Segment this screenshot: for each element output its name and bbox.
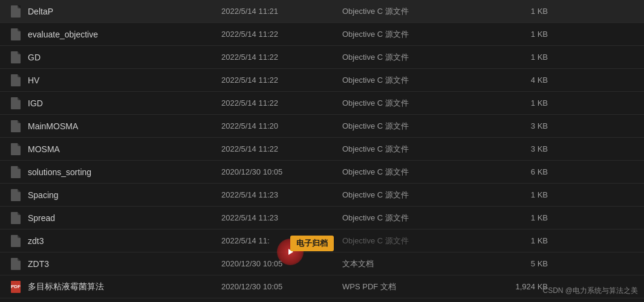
file-date: 2020/12/30 10:05 (221, 259, 342, 268)
file-type: Objective C 源文件 (342, 52, 487, 63)
file-type: Objective C 源文件 (342, 236, 487, 246)
table-row[interactable]: ZDT32020/12/30 10:05文本文档5 KB (0, 252, 644, 275)
file-size: 1 KB (487, 98, 548, 108)
file-name: solutions_sorting (28, 167, 221, 177)
file-type: Objective C 源文件 (342, 29, 487, 40)
file-name: Spread (28, 213, 221, 223)
doc-icon (11, 212, 21, 224)
table-row[interactable]: MainMOSMA2022/5/14 11:20Objective C 源文件3… (0, 115, 644, 138)
file-size: 1 KB (487, 30, 548, 39)
file-name: MainMOSMA (28, 121, 221, 131)
file-size: 5 KB (487, 259, 548, 268)
file-date: 2022/5/14 11:22 (221, 76, 342, 85)
file-list: DeltaP2022/5/14 11:21Objective C 源文件1 KB… (0, 0, 644, 302)
file-size: 1 KB (487, 53, 548, 62)
file-size: 1 KB (487, 7, 548, 16)
file-type: Objective C 源文件 (342, 121, 487, 132)
file-size: 4 KB (487, 76, 548, 85)
table-row[interactable]: Spread2022/5/14 11:23Objective C 源文件1 KB (0, 207, 644, 230)
doc-icon (11, 143, 21, 155)
file-name: GD (28, 53, 221, 62)
doc-icon (11, 235, 21, 247)
file-size: 3 KB (487, 121, 548, 130)
file-size: 6 KB (487, 167, 548, 176)
table-row[interactable]: HV2022/5/14 11:22Objective C 源文件4 KB (0, 69, 644, 92)
file-date: 2022/5/14 11:22 (221, 144, 342, 153)
table-row[interactable]: MOSMA2022/5/14 11:22Objective C 源文件3 KB (0, 138, 644, 161)
file-type: Objective C 源文件 (342, 144, 487, 155)
file-name: Spacing (28, 190, 221, 200)
pdf-icon: PDF (11, 281, 21, 293)
doc-icon (11, 189, 21, 201)
table-row[interactable]: IGD2022/5/14 11:22Objective C 源文件1 KB (0, 92, 644, 115)
doc-icon (11, 51, 21, 63)
file-size: 1 KB (487, 213, 548, 222)
file-type: Objective C 源文件 (342, 98, 487, 109)
doc-icon (11, 74, 21, 86)
file-size: 3 KB (487, 144, 548, 153)
file-date: 2022/5/14 11:21 (221, 7, 342, 16)
file-name: MOSMA (28, 144, 221, 154)
table-row[interactable]: zdt32022/5/14 11:Objective C 源文件1 KB (0, 230, 644, 252)
doc-icon (11, 28, 21, 40)
file-type: Objective C 源文件 (342, 190, 487, 201)
file-date: 2022/5/14 11:20 (221, 121, 342, 130)
doc-icon (11, 97, 21, 109)
file-type: Objective C 源文件 (342, 6, 487, 17)
file-type: Objective C 源文件 (342, 75, 487, 86)
table-row[interactable]: Spacing2022/5/14 11:23Objective C 源文件1 K… (0, 184, 644, 207)
table-row[interactable]: DeltaP2022/5/14 11:21Objective C 源文件1 KB (0, 0, 644, 23)
file-size: 1 KB (487, 190, 548, 199)
file-name: DeltaP (28, 7, 221, 16)
doc-icon (11, 120, 21, 132)
file-date: 2020/12/30 10:05 (221, 282, 342, 291)
file-name: HV (28, 76, 221, 85)
file-type: WPS PDF 文档 (342, 281, 487, 292)
file-date: 2020/12/30 10:05 (221, 167, 342, 176)
file-name: IGD (28, 98, 221, 108)
file-date: 2022/5/14 11: (221, 236, 342, 245)
file-date: 2022/5/14 11:22 (221, 30, 342, 39)
file-size: 1 KB (487, 236, 548, 245)
file-name: 多目标粘液霉菌算法 (28, 281, 221, 292)
file-date: 2022/5/14 11:23 (221, 190, 342, 199)
file-name: evaluate_objective (28, 30, 221, 39)
table-row[interactable]: GD2022/5/14 11:22Objective C 源文件1 KB (0, 46, 644, 69)
file-date: 2022/5/14 11:22 (221, 98, 342, 108)
file-type: Objective C 源文件 (342, 213, 487, 223)
table-row[interactable]: evaluate_objective2022/5/14 11:22Objecti… (0, 23, 644, 46)
file-type: Objective C 源文件 (342, 167, 487, 178)
file-name: ZDT3 (28, 259, 221, 269)
table-row[interactable]: solutions_sorting2020/12/30 10:05Objecti… (0, 161, 644, 184)
file-type: 文本文档 (342, 259, 487, 269)
doc-icon (11, 166, 21, 178)
doc-icon (11, 258, 21, 270)
watermark-label: CSDN @电力系统与算法之美 (542, 286, 638, 296)
file-date: 2022/5/14 11:22 (221, 53, 342, 62)
file-name: zdt3 (28, 236, 221, 246)
doc-icon (11, 5, 21, 18)
file-size: 1,924 KB (487, 282, 548, 291)
file-date: 2022/5/14 11:23 (221, 213, 342, 222)
